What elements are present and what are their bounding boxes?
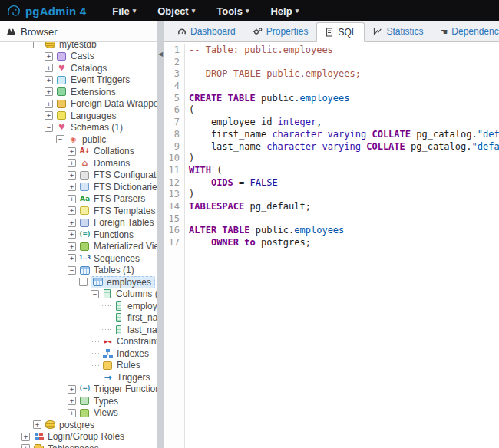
tree-item-last-name[interactable]: last_name: [0, 324, 157, 336]
chevron-down-icon: ▾: [246, 7, 250, 15]
tab-properties[interactable]: Properties: [244, 21, 317, 41]
code-token: FALSE: [250, 177, 278, 188]
collapse-node-icon[interactable]: −: [33, 42, 41, 48]
tree-item-login-group-roles[interactable]: +Login/Group Roles: [0, 431, 157, 443]
code-line: -- DROP TABLE public.employees;: [189, 68, 499, 81]
panel-splitter[interactable]: ◀: [157, 21, 164, 448]
expand-node-icon[interactable]: +: [68, 206, 76, 215]
line-number-gutter: 1234567891011121314151617: [164, 44, 185, 448]
code-token: TABLESPACE: [189, 201, 244, 212]
tree-item-label: mytestdb: [59, 42, 97, 50]
collapse-node-icon[interactable]: −: [56, 135, 64, 143]
tab-sql[interactable]: SQL: [316, 22, 365, 42]
tree-item-label: Event Triggers: [71, 74, 130, 85]
expand-node-icon[interactable]: +: [45, 64, 53, 72]
expand-node-icon[interactable]: +: [68, 242, 76, 251]
tab-statistics[interactable]: Statistics: [365, 21, 431, 41]
tab-dashboard[interactable]: Dashboard: [169, 21, 244, 41]
tree-item-languages[interactable]: +Languages: [0, 110, 157, 122]
expand-node-icon[interactable]: +: [21, 444, 30, 448]
tree-item-tablespaces[interactable]: +Tablespaces: [0, 443, 157, 448]
tree-item-catalogs[interactable]: +♥Catalogs: [0, 62, 157, 74]
tree-item-sequences[interactable]: +1..3Sequences: [0, 252, 157, 265]
tree-item-rules[interactable]: Rules: [0, 360, 157, 372]
expand-node-icon[interactable]: +: [68, 397, 76, 405]
collapse-panel-icon[interactable]: ◀: [158, 51, 163, 58]
collapse-node-icon[interactable]: −: [91, 290, 99, 298]
tree-item-columns-3[interactable]: −Columns (3): [0, 288, 157, 301]
browser-panel-header: Browser: [0, 21, 157, 42]
tree-item-casts[interactable]: +Casts: [0, 51, 157, 63]
expand-node-icon[interactable]: +: [68, 409, 76, 417]
tree-item-fts-parsers[interactable]: +AaFTS Parsers: [0, 193, 157, 206]
sql-code[interactable]: -- Table: public.employees-- DROP TABLE …: [185, 44, 499, 448]
expand-node-icon[interactable]: +: [45, 100, 53, 108]
tree-item-label: Sequences: [94, 253, 140, 264]
tree-item-extensions[interactable]: +Extensions: [0, 86, 157, 98]
tree-item-foreign-tables[interactable]: +Foreign Tables: [0, 217, 157, 229]
tree-item-functions[interactable]: +(≡)Functions: [0, 229, 157, 241]
tree-item-fts-dictionaries[interactable]: +FTS Dictionaries: [0, 181, 157, 193]
line-number: 3: [164, 68, 180, 81]
tree-item-postgres[interactable]: +postgres: [0, 419, 157, 431]
tree-item-constraints[interactable]: ▶◀Constraints: [0, 336, 157, 348]
tree-item-materialized-views[interactable]: +Materialized Views: [0, 241, 157, 253]
tree-item-schemas-1[interactable]: −♥Schemas (1): [0, 122, 157, 134]
expand-node-icon[interactable]: +: [45, 111, 53, 120]
tree-item-event-triggers[interactable]: +Event Triggers: [0, 74, 157, 87]
expand-node-icon[interactable]: +: [68, 171, 76, 180]
collapse-node-icon[interactable]: −: [68, 266, 76, 275]
collapse-node-icon[interactable]: −: [45, 124, 53, 132]
expand-node-icon[interactable]: +: [68, 183, 76, 191]
expand-node-icon[interactable]: +: [68, 254, 76, 262]
expand-node-icon[interactable]: +: [68, 159, 76, 167]
code-line: OIDS = FALSE: [189, 177, 499, 189]
expand-node-icon[interactable]: +: [68, 385, 76, 394]
expand-node-icon[interactable]: +: [68, 219, 76, 227]
tree-line-stub: [91, 341, 99, 342]
expand-node-icon[interactable]: +: [68, 230, 76, 239]
code-token: [189, 237, 211, 248]
tree-item-mytestdb[interactable]: −mytestdb: [0, 42, 157, 51]
sql-editor[interactable]: 1234567891011121314151617 -- Table: publ…: [164, 42, 499, 448]
selected-node-highlight[interactable]: employees: [91, 276, 155, 288]
tree-item-tables-1[interactable]: −Tables (1): [0, 265, 157, 277]
line-number: 15: [164, 213, 180, 226]
catalogs-icon: ♥: [56, 63, 68, 73]
tree-item-domains[interactable]: +⌂Domains: [0, 157, 157, 170]
code-token: COLLATE: [372, 129, 411, 140]
menu-object[interactable]: Object ▾: [157, 5, 195, 17]
expand-node-icon[interactable]: +: [45, 87, 53, 96]
tree-item-trigger-functions[interactable]: +(≡)Trigger Functions: [0, 384, 157, 396]
event-triggers-icon: [57, 76, 66, 84]
tree-item-fts-templates[interactable]: +FTS Templates: [0, 205, 157, 217]
tree-item-types[interactable]: +Types: [0, 395, 157, 407]
tree-item-employee-id[interactable]: employee_id: [0, 300, 157, 312]
tab-dependencies[interactable]: ☚ Dependencies: [431, 21, 499, 41]
expand-node-icon[interactable]: +: [45, 52, 53, 61]
tree-item-public[interactable]: −◈public: [0, 133, 157, 146]
tree-item-employees[interactable]: −employees: [0, 276, 157, 288]
fts-parsers-icon: Aa: [79, 194, 91, 204]
tree-item-label: Triggers: [117, 372, 150, 383]
database-icon: [45, 420, 55, 429]
code-token: CREATE TABLE: [189, 93, 256, 104]
tree-item-foreign-data-wrappers[interactable]: +Foreign Data Wrappers: [0, 98, 157, 110]
tree-item-fts-configurations[interactable]: +FTS Configurations: [0, 170, 157, 182]
tree-item-indexes[interactable]: Indexes: [0, 348, 157, 360]
menu-help[interactable]: Help ▾: [270, 5, 299, 17]
expand-node-icon[interactable]: +: [21, 433, 30, 441]
collapse-node-icon[interactable]: −: [79, 278, 88, 286]
expand-node-icon[interactable]: +: [68, 195, 76, 203]
tree-item-views[interactable]: +Views: [0, 407, 157, 420]
expand-node-icon[interactable]: +: [33, 420, 41, 429]
tree-item-first-name[interactable]: first_name: [0, 312, 157, 324]
tree-item-triggers[interactable]: →Triggers: [0, 371, 157, 384]
code-token: employees: [300, 93, 350, 104]
tree-item-collations[interactable]: +A↓Collations: [0, 146, 157, 158]
expand-node-icon[interactable]: +: [68, 147, 76, 156]
expand-node-icon[interactable]: +: [45, 76, 53, 84]
menu-file[interactable]: File ▾: [112, 5, 136, 17]
line-number: 8: [164, 129, 180, 141]
menu-tools[interactable]: Tools ▾: [216, 5, 249, 17]
